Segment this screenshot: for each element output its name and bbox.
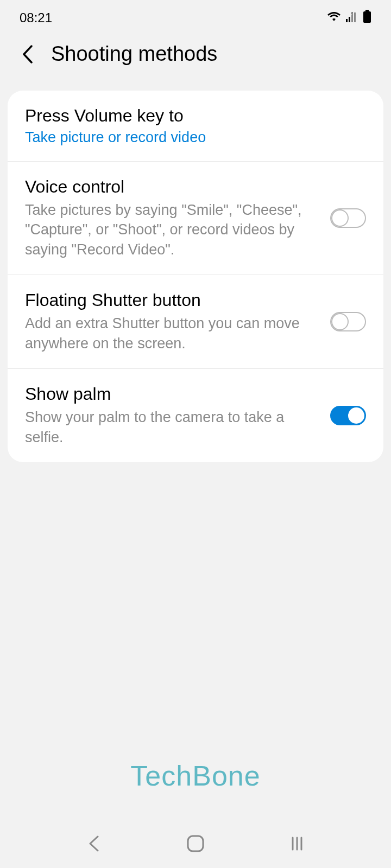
- setting-desc: Add an extra Shutter button you can move…: [25, 314, 321, 353]
- setting-desc: Take pictures by saying "Smile", "Cheese…: [25, 200, 321, 259]
- setting-title: Press Volume key to: [25, 106, 357, 126]
- svg-rect-5: [365, 10, 369, 11]
- setting-show-palm[interactable]: Show palm Show your palm to the camera t…: [8, 369, 383, 462]
- setting-value: Take picture or record video: [25, 129, 357, 146]
- svg-rect-3: [351, 15, 353, 22]
- setting-voice-control[interactable]: Voice control Take pictures by saying "S…: [8, 162, 383, 275]
- battery-icon: [363, 10, 371, 26]
- setting-title: Show palm: [25, 384, 321, 404]
- nav-home-button[interactable]: [179, 827, 212, 860]
- svg-rect-1: [346, 19, 348, 22]
- status-icons: R: [327, 10, 371, 26]
- setting-title: Voice control: [25, 177, 321, 197]
- watermark: TechBone: [130, 760, 260, 792]
- setting-floating-shutter[interactable]: Floating Shutter button Add an extra Shu…: [8, 275, 383, 369]
- svg-rect-2: [349, 17, 350, 22]
- back-button[interactable]: [20, 46, 36, 62]
- toggle-floating-shutter[interactable]: [330, 312, 366, 331]
- setting-desc: Show your palm to the camera to take a s…: [25, 407, 321, 447]
- page-title: Shooting methods: [51, 42, 217, 66]
- svg-rect-6: [363, 11, 371, 23]
- settings-card: Press Volume key to Take picture or reco…: [8, 91, 383, 462]
- setting-title: Floating Shutter button: [25, 290, 321, 310]
- toggle-show-palm[interactable]: [330, 406, 366, 425]
- svg-text:R: R: [350, 11, 353, 15]
- nav-back-button[interactable]: [78, 827, 110, 860]
- setting-volume-key[interactable]: Press Volume key to Take picture or reco…: [8, 91, 383, 162]
- navigation-bar: [0, 819, 391, 868]
- status-time: 08:21: [20, 10, 52, 25]
- svg-rect-4: [354, 12, 356, 22]
- wifi-icon: [327, 10, 341, 25]
- toggle-voice-control[interactable]: [330, 208, 366, 228]
- nav-recents-button[interactable]: [281, 827, 313, 860]
- signal-icon: R: [345, 10, 358, 25]
- svg-rect-7: [188, 836, 203, 851]
- status-bar: 08:21 R: [0, 0, 391, 33]
- header: Shooting methods: [0, 33, 391, 81]
